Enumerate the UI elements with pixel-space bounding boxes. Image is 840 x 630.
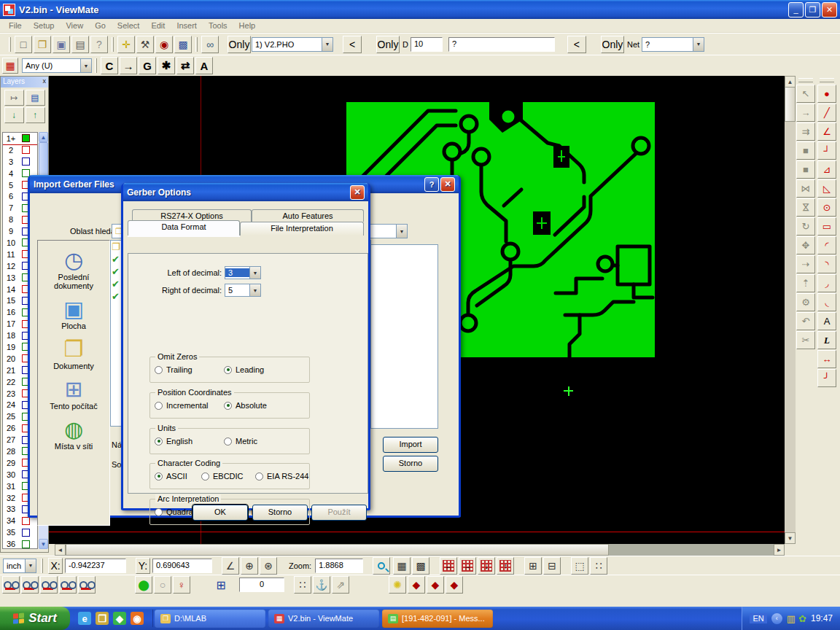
spread-icon[interactable]: ✥ bbox=[796, 236, 815, 254]
layer-swatch[interactable] bbox=[22, 146, 30, 154]
radio-leading[interactable]: Leading bbox=[224, 365, 293, 374]
radio-incremental[interactable]: Incremental bbox=[155, 401, 224, 410]
layer-setup-btn[interactable]: ▤ bbox=[26, 90, 45, 106]
layer-swatch[interactable] bbox=[22, 517, 30, 525]
layers-panel-titlebar[interactable]: Layers x bbox=[1, 77, 48, 88]
pan-grid-up-icon[interactable]: ↑ bbox=[497, 557, 514, 575]
draw-fan-icon[interactable]: ⊿ bbox=[817, 160, 836, 179]
mirror-y-icon[interactable]: ⋈ bbox=[796, 198, 815, 217]
pan-grid-down-icon[interactable]: ↓ bbox=[478, 557, 495, 575]
aperture-filter-combo[interactable]: Any (U) ▼ bbox=[22, 58, 92, 73]
help-button[interactable]: ? bbox=[424, 177, 439, 192]
grid-overview-icon[interactable]: ▦ bbox=[393, 557, 411, 575]
text-tool-icon[interactable]: A bbox=[817, 312, 836, 330]
hide-layer-btn[interactable]: ↦ bbox=[4, 90, 24, 106]
only-layer-button[interactable]: Only bbox=[228, 36, 251, 53]
fill-square-alt-icon[interactable]: ■ bbox=[796, 160, 815, 179]
layer-row-1[interactable]: 1+ bbox=[3, 133, 37, 144]
fill-square-icon[interactable]: ■ bbox=[796, 141, 815, 160]
palette-grip[interactable] bbox=[820, 78, 834, 82]
place-computer[interactable]: ⊞Tento počítač bbox=[39, 377, 109, 411]
view-board-btn[interactable] bbox=[78, 576, 96, 594]
tray-icq-flower-icon[interactable]: ✿ bbox=[798, 613, 806, 624]
radio-ascii[interactable]: ASCII bbox=[155, 472, 201, 481]
place-network[interactable]: ◍Místa v síti bbox=[39, 417, 109, 451]
close-button[interactable]: ✕ bbox=[822, 2, 837, 18]
chevron-down-icon[interactable]: ▼ bbox=[396, 225, 407, 238]
measure-glasses-icon[interactable]: ∞ bbox=[201, 36, 219, 53]
label-tool-icon[interactable]: L bbox=[817, 331, 836, 349]
horizontal-scrollbar[interactable]: ◄ ► bbox=[55, 544, 785, 556]
draw-rect-icon[interactable]: ▭ bbox=[817, 217, 836, 236]
grid-dots-icon[interactable]: ∷ bbox=[294, 576, 311, 594]
menu-insert[interactable]: Insert bbox=[171, 20, 203, 31]
view-dcodes-btn[interactable] bbox=[2, 576, 20, 594]
place-desktop[interactable]: ▣Plocha bbox=[39, 297, 109, 330]
select-pointer-icon[interactable]: ↖ bbox=[796, 85, 815, 103]
internet-explorer-icon[interactable]: e bbox=[78, 612, 91, 625]
quick-folder-icon[interactable]: ❐ bbox=[96, 612, 109, 625]
layer-row-3[interactable]: 3 bbox=[3, 156, 37, 168]
radio-absolute[interactable]: Absolute bbox=[224, 401, 293, 410]
menu-tools[interactable]: Tools bbox=[203, 20, 233, 31]
zoom-tool-icon[interactable] bbox=[373, 557, 390, 575]
chevron-down-icon[interactable]: ▼ bbox=[249, 267, 260, 279]
layer-colors-icon[interactable]: ▩ bbox=[174, 36, 192, 53]
radio-eia-rs-244[interactable]: EIA RS-244 bbox=[255, 472, 309, 481]
layer-swatch[interactable] bbox=[22, 158, 30, 166]
draw-arc-se-icon[interactable]: ◞ bbox=[817, 274, 836, 292]
unit-combo[interactable]: inch ▼ bbox=[3, 559, 36, 573]
window-grid-icon[interactable]: ⊞ bbox=[212, 576, 230, 594]
layer-row-35[interactable]: 35 bbox=[3, 526, 37, 538]
y-coordinate-button[interactable]: Y: bbox=[136, 558, 150, 574]
pad-diamond-move-icon[interactable]: ◆ bbox=[427, 576, 444, 594]
aperture-text-btn[interactable]: A bbox=[195, 57, 213, 74]
draw-line-icon[interactable]: ╱ bbox=[817, 104, 836, 122]
only-net-button[interactable]: Only bbox=[601, 36, 624, 53]
vertical-scroll-thumb[interactable] bbox=[785, 87, 796, 122]
menu-edit[interactable]: Edit bbox=[145, 20, 171, 31]
flash-locate-icon[interactable]: ✛ bbox=[117, 36, 135, 53]
scroll-up-icon[interactable]: ▲ bbox=[39, 132, 48, 142]
move-item-icon[interactable]: → bbox=[796, 104, 815, 122]
chevron-down-icon[interactable]: ▼ bbox=[25, 559, 36, 572]
draw-polyline-icon[interactable]: ∠ bbox=[817, 122, 836, 141]
draw-triangle-icon[interactable]: ◺ bbox=[817, 179, 836, 198]
scroll-down-icon[interactable]: ▼ bbox=[39, 539, 48, 549]
only-dcode-button[interactable]: Only bbox=[376, 36, 400, 53]
star-btn[interactable]: ✱ bbox=[158, 57, 175, 74]
menu-go[interactable]: Go bbox=[89, 20, 112, 31]
move-layer-up-btn[interactable]: ↑ bbox=[26, 107, 45, 123]
tab-data-format[interactable]: Data Format bbox=[128, 220, 240, 236]
dimension-tool-icon[interactable]: ↔ bbox=[817, 350, 836, 368]
minimize-button[interactable]: _ bbox=[788, 2, 804, 18]
place-recent-documents[interactable]: ◷Poslední dokumenty bbox=[39, 248, 109, 290]
layer-row-36[interactable]: 36 bbox=[3, 538, 37, 549]
view-trace-btn[interactable] bbox=[59, 576, 77, 594]
chevron-down-icon[interactable]: ▼ bbox=[249, 284, 260, 296]
palette-grip[interactable] bbox=[798, 78, 813, 82]
bulb-off-icon[interactable]: ○ bbox=[154, 576, 171, 594]
rotate-icon[interactable]: ↻ bbox=[796, 217, 815, 236]
menu-help[interactable]: Help bbox=[233, 20, 262, 31]
storno-button[interactable]: Storno bbox=[383, 456, 438, 472]
language-indicator[interactable]: EN bbox=[750, 613, 766, 623]
layer-row-2[interactable]: 2 bbox=[3, 144, 37, 156]
pad-diamond-icon[interactable]: ◆ bbox=[408, 576, 425, 594]
preview-list[interactable] bbox=[370, 244, 438, 429]
highlight-lamp-icon[interactable]: ⬤ bbox=[135, 576, 152, 594]
menu-select[interactable]: Select bbox=[112, 20, 146, 31]
gerber-btn[interactable]: G bbox=[139, 57, 156, 74]
copy-item-icon[interactable]: ⇉ bbox=[796, 122, 815, 141]
task-messenger[interactable]: ▤[191-482-091] - Mess... bbox=[382, 610, 493, 628]
angle-measure-icon[interactable]: ∠ bbox=[222, 557, 239, 575]
radio-metric[interactable]: Metric bbox=[224, 437, 293, 446]
settings-gear-icon[interactable]: ⚙ bbox=[796, 293, 815, 311]
cut-path-icon[interactable]: ✂ bbox=[796, 331, 815, 349]
place-documents[interactable]: ❐Dokumenty bbox=[39, 337, 109, 370]
hide-icons-chevron[interactable]: ‹ bbox=[771, 613, 782, 624]
pad-diamond-copy-icon[interactable]: ◆ bbox=[446, 576, 463, 594]
view-layers-btn[interactable] bbox=[21, 576, 39, 594]
right-of-decimal-combo[interactable]: 5 ▼ bbox=[225, 284, 261, 297]
view-selection-btn[interactable] bbox=[40, 576, 58, 594]
